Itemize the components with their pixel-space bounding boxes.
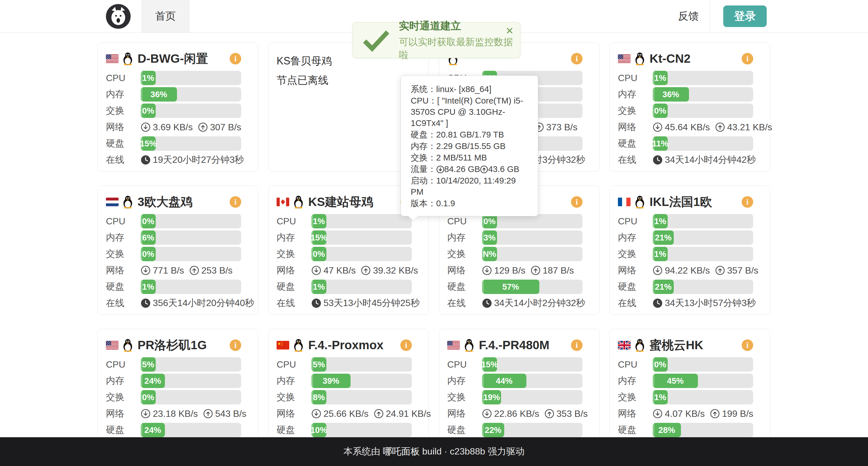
server-name: D-BWG-闲置 bbox=[137, 51, 208, 67]
metric-label: 网络 bbox=[447, 264, 482, 277]
info-icon[interactable]: i bbox=[230, 339, 241, 351]
metric-label: 内存 bbox=[447, 231, 482, 244]
metric-label: 交换 bbox=[618, 104, 653, 117]
login-button[interactable]: 登录 bbox=[723, 5, 767, 27]
metric-label: CPU bbox=[277, 216, 311, 227]
disk-percent: 1% bbox=[142, 282, 154, 292]
card-header: F.4.-Proxmox i bbox=[277, 336, 412, 355]
footer-text-prefix: 本系统由 bbox=[343, 445, 380, 458]
clock-icon bbox=[653, 155, 662, 165]
footer: 本系统由 哪吒面板 build · c23b88b 强力驱动 bbox=[0, 437, 868, 466]
metric-row-net: 网络 4.07 KB/s 199 B/s bbox=[618, 406, 753, 421]
metric-row-net: 网络 771 B/s 253 B/s bbox=[106, 263, 241, 277]
metric-label: 交换 bbox=[447, 248, 482, 260]
info-icon[interactable]: i bbox=[230, 53, 241, 64]
metric-row-mem: 内存 6% bbox=[106, 230, 241, 245]
disk-progress-bar: 15% bbox=[141, 136, 241, 151]
metric-row-cpu: CPU 15% bbox=[447, 357, 583, 372]
cpu-percent: 1% bbox=[313, 217, 325, 226]
metric-row-swap: 交换 0% bbox=[106, 390, 241, 404]
nezha-panel-link[interactable]: 哪吒面板 bbox=[383, 445, 420, 458]
cpu-progress-bar: 5% bbox=[311, 357, 412, 372]
metric-label: 硬盘 bbox=[447, 424, 482, 436]
net-download: 3.69 KB/s bbox=[153, 122, 193, 133]
toast-realtime-channel: 实时通道建立 可以实时获取最新监控数据啦 ✕ bbox=[352, 22, 520, 58]
server-name: 蜜桃云HK bbox=[650, 337, 703, 353]
metric-row-disk: 硬盘 1% bbox=[277, 279, 412, 294]
metric-row-mem: 内存 15% bbox=[277, 230, 412, 245]
net-upload: 199 B/s bbox=[722, 408, 753, 419]
tooltip-row: 内存：2.29 GB/15.55 GB bbox=[411, 140, 528, 152]
metric-row-net: 网络 25.66 KB/s 24.91 KB/s bbox=[277, 406, 412, 421]
upload-arrow-icon bbox=[715, 266, 725, 275]
flag-us-icon bbox=[447, 341, 460, 350]
cpu-progress-bar: 1% bbox=[653, 214, 753, 228]
tab-home[interactable]: 首页 bbox=[142, 0, 189, 33]
metric-label: 硬盘 bbox=[106, 424, 141, 436]
swap-progress-bar: 0% bbox=[141, 390, 241, 404]
net-upload: 353 B/s bbox=[557, 408, 588, 419]
metric-label: 交换 bbox=[106, 391, 141, 404]
swap-percent: 1% bbox=[654, 249, 666, 259]
uptime-value: 19天20小时27分钟3秒 bbox=[153, 154, 244, 166]
tooltip-label: 系统： bbox=[411, 84, 436, 94]
metric-row-swap: 交换 N% bbox=[447, 247, 583, 261]
metric-row-mem: 内存 39% bbox=[277, 374, 412, 388]
toast-body: 实时通道建立 可以实时获取最新监控数据啦 bbox=[399, 19, 513, 62]
metric-label: 网络 bbox=[277, 264, 311, 277]
metric-row-cpu: CPU 5% bbox=[106, 357, 241, 372]
tooltip-row: 启动：10/14/2020, 11:49:29 PM bbox=[411, 175, 528, 197]
info-icon[interactable]: i bbox=[230, 196, 241, 208]
linux-penguin-icon bbox=[122, 52, 133, 65]
info-icon[interactable]: i bbox=[571, 339, 583, 351]
metric-row-disk: 硬盘 22% bbox=[447, 423, 583, 437]
metric-label: 网络 bbox=[447, 407, 482, 420]
swap-progress-bar: 1% bbox=[653, 390, 753, 404]
disk-progress-bar: 11% bbox=[653, 136, 753, 151]
metric-label: 硬盘 bbox=[277, 424, 311, 436]
tooltip-row: CPU：[ "Intel(R) Core(TM) i5-3570S CPU @ … bbox=[411, 95, 528, 129]
cpu-percent: 1% bbox=[654, 217, 666, 226]
traffic-up: 43.6 GB bbox=[488, 164, 519, 174]
metric-row-uptime: 在线 34天14小时4分钟42秒 bbox=[618, 153, 753, 167]
metric-row-mem: 内存 21% bbox=[618, 230, 753, 245]
close-icon[interactable]: ✕ bbox=[506, 26, 514, 36]
server-name: PR洛杉矶1G bbox=[137, 337, 207, 353]
site-logo[interactable] bbox=[106, 4, 131, 29]
net-download: 45.64 KB/s bbox=[665, 122, 710, 133]
linux-penguin-icon bbox=[293, 339, 304, 352]
metric-label: 网络 bbox=[106, 407, 141, 420]
info-icon[interactable]: i bbox=[571, 53, 583, 64]
net-download: 47 KB/s bbox=[323, 265, 356, 276]
metric-label: CPU bbox=[106, 359, 141, 370]
flag-nl-icon bbox=[106, 198, 119, 206]
disk-percent: 11% bbox=[653, 139, 668, 148]
upload-arrow-icon bbox=[198, 122, 208, 132]
swap-percent: 1% bbox=[654, 393, 666, 402]
info-icon[interactable]: i bbox=[571, 196, 583, 208]
metric-label: 在线 bbox=[106, 154, 141, 166]
server-card: D-BWG-闲置 i CPU 1% 内存 36% 交换 0% 网络 3.69 bbox=[98, 42, 258, 172]
metric-row-cpu: CPU 1% bbox=[106, 71, 241, 85]
header-divider bbox=[710, 0, 710, 33]
cpu-percent: 15% bbox=[482, 360, 498, 369]
tooltip-label: 流量： bbox=[411, 164, 436, 174]
swap-percent: 19% bbox=[483, 393, 500, 402]
mem-progress-bar: 21% bbox=[653, 230, 753, 245]
metric-label: 硬盘 bbox=[447, 280, 482, 293]
mem-progress-bar: 44% bbox=[482, 374, 583, 388]
card-header: IKL法国1欧 i bbox=[618, 193, 753, 211]
info-icon[interactable]: i bbox=[742, 196, 753, 208]
feedback-link[interactable]: 反馈 bbox=[678, 9, 699, 23]
info-icon[interactable]: i bbox=[400, 339, 412, 351]
download-arrow-icon bbox=[436, 164, 444, 174]
info-icon[interactable]: i bbox=[742, 53, 753, 64]
info-icon[interactable]: i bbox=[742, 339, 753, 351]
metric-row-uptime: 在线 34天14小时2分钟32秒 bbox=[447, 296, 583, 310]
metric-label: CPU bbox=[447, 216, 482, 227]
tooltip-row: 版本：0.1.9 bbox=[411, 198, 528, 209]
metric-label: 内存 bbox=[106, 231, 141, 244]
server-name: F.4.-Proxmox bbox=[308, 338, 383, 352]
server-info-tooltip: 系统：linux- [x86_64]CPU：[ "Intel(R) Core(T… bbox=[401, 75, 538, 216]
metric-row-disk: 硬盘 57% bbox=[447, 279, 583, 294]
